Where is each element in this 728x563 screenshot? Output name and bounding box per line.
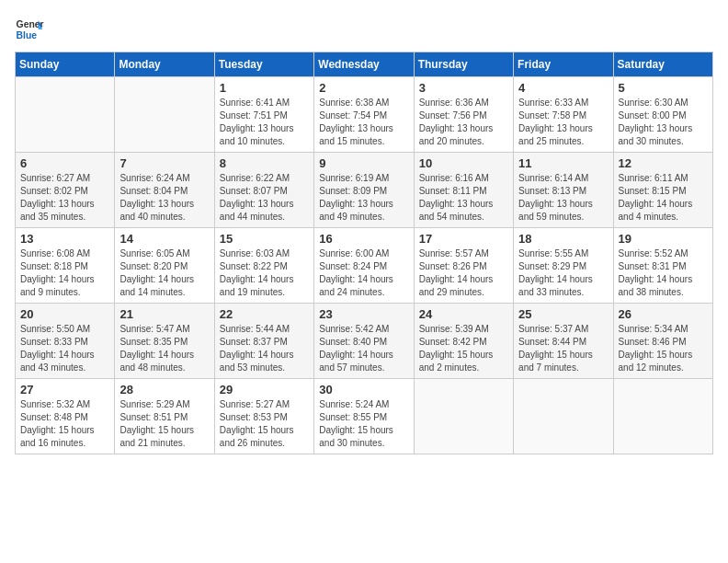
day-number: 29 — [220, 383, 309, 396]
day-info: Sunrise: 6:08 AM Sunset: 8:18 PM Dayligh… — [20, 247, 109, 299]
day-number: 30 — [319, 383, 408, 396]
day-number: 21 — [119, 307, 209, 321]
day-number: 17 — [419, 232, 508, 246]
day-info: Sunrise: 6:05 AM Sunset: 8:20 PM Dayligh… — [119, 247, 209, 299]
logo-icon: General Blue — [15, 15, 44, 44]
calendar-week-row: 27Sunrise: 5:32 AM Sunset: 8:48 PM Dayli… — [16, 379, 713, 454]
calendar-day-cell: 9Sunrise: 6:19 AM Sunset: 8:09 PM Daylig… — [314, 153, 414, 228]
day-info: Sunrise: 5:57 AM Sunset: 8:26 PM Dayligh… — [419, 247, 508, 299]
day-number: 15 — [220, 232, 309, 246]
col-header-tuesday: Tuesday — [214, 52, 313, 77]
calendar-day-cell: 11Sunrise: 6:14 AM Sunset: 8:13 PM Dayli… — [514, 153, 613, 228]
day-info: Sunrise: 5:47 AM Sunset: 8:35 PM Dayligh… — [119, 323, 209, 374]
calendar-day-cell: 24Sunrise: 5:39 AM Sunset: 8:42 PM Dayli… — [414, 304, 513, 379]
day-info: Sunrise: 6:24 AM Sunset: 8:04 PM Dayligh… — [119, 172, 209, 224]
calendar-day-cell — [514, 379, 613, 454]
day-number: 19 — [619, 232, 708, 246]
day-number: 22 — [220, 307, 309, 321]
day-number: 26 — [619, 307, 708, 321]
day-info: Sunrise: 5:29 AM Sunset: 8:51 PM Dayligh… — [119, 398, 209, 450]
calendar-table: SundayMondayTuesdayWednesdayThursdayFrid… — [15, 52, 713, 454]
calendar-day-cell: 8Sunrise: 6:22 AM Sunset: 8:07 PM Daylig… — [214, 153, 313, 228]
day-info: Sunrise: 6:19 AM Sunset: 8:09 PM Dayligh… — [319, 172, 408, 224]
day-number: 12 — [619, 156, 708, 170]
calendar-day-cell: 1Sunrise: 6:41 AM Sunset: 7:51 PM Daylig… — [214, 77, 313, 153]
day-info: Sunrise: 5:27 AM Sunset: 8:53 PM Dayligh… — [220, 398, 309, 450]
day-number: 16 — [319, 232, 408, 246]
calendar-day-cell — [613, 379, 712, 454]
calendar-day-cell: 20Sunrise: 5:50 AM Sunset: 8:33 PM Dayli… — [16, 304, 115, 379]
col-header-sunday: Sunday — [16, 52, 115, 77]
day-info: Sunrise: 5:32 AM Sunset: 8:48 PM Dayligh… — [20, 398, 109, 450]
day-info: Sunrise: 5:55 AM Sunset: 8:29 PM Dayligh… — [518, 247, 608, 299]
calendar-day-cell: 29Sunrise: 5:27 AM Sunset: 8:53 PM Dayli… — [214, 379, 313, 454]
col-header-saturday: Saturday — [613, 52, 712, 77]
day-info: Sunrise: 6:22 AM Sunset: 8:07 PM Dayligh… — [220, 172, 309, 224]
calendar-day-cell: 2Sunrise: 6:38 AM Sunset: 7:54 PM Daylig… — [314, 77, 414, 153]
col-header-friday: Friday — [514, 52, 613, 77]
calendar-day-cell: 21Sunrise: 5:47 AM Sunset: 8:35 PM Dayli… — [115, 304, 214, 379]
day-number: 11 — [518, 156, 608, 170]
calendar-day-cell: 30Sunrise: 5:24 AM Sunset: 8:55 PM Dayli… — [314, 379, 414, 454]
calendar-day-cell: 16Sunrise: 6:00 AM Sunset: 8:24 PM Dayli… — [314, 228, 414, 304]
day-number: 3 — [419, 81, 508, 95]
day-number: 6 — [20, 156, 109, 170]
calendar-week-row: 6Sunrise: 6:27 AM Sunset: 8:02 PM Daylig… — [16, 153, 713, 228]
day-info: Sunrise: 6:03 AM Sunset: 8:22 PM Dayligh… — [220, 247, 309, 299]
day-number: 2 — [319, 81, 408, 95]
calendar-day-cell: 23Sunrise: 5:42 AM Sunset: 8:40 PM Dayli… — [314, 304, 414, 379]
day-number: 10 — [419, 156, 508, 170]
day-info: Sunrise: 6:33 AM Sunset: 7:58 PM Dayligh… — [518, 97, 608, 148]
calendar-day-cell: 22Sunrise: 5:44 AM Sunset: 8:37 PM Dayli… — [214, 304, 313, 379]
day-info: Sunrise: 6:14 AM Sunset: 8:13 PM Dayligh… — [518, 172, 608, 224]
calendar-week-row: 1Sunrise: 6:41 AM Sunset: 7:51 PM Daylig… — [16, 77, 713, 153]
day-number: 9 — [319, 156, 408, 170]
day-number: 18 — [518, 232, 608, 246]
calendar-week-row: 13Sunrise: 6:08 AM Sunset: 8:18 PM Dayli… — [16, 228, 713, 304]
calendar-day-cell: 3Sunrise: 6:36 AM Sunset: 7:56 PM Daylig… — [414, 77, 513, 153]
day-number: 27 — [20, 383, 109, 396]
calendar-day-cell: 10Sunrise: 6:16 AM Sunset: 8:11 PM Dayli… — [414, 153, 513, 228]
calendar-day-cell: 28Sunrise: 5:29 AM Sunset: 8:51 PM Dayli… — [115, 379, 214, 454]
calendar-day-cell: 27Sunrise: 5:32 AM Sunset: 8:48 PM Dayli… — [16, 379, 115, 454]
day-info: Sunrise: 5:39 AM Sunset: 8:42 PM Dayligh… — [419, 323, 508, 374]
calendar-day-cell: 19Sunrise: 5:52 AM Sunset: 8:31 PM Dayli… — [613, 228, 712, 304]
calendar-day-cell: 4Sunrise: 6:33 AM Sunset: 7:58 PM Daylig… — [514, 77, 613, 153]
calendar-day-cell — [115, 77, 214, 153]
day-number: 24 — [419, 307, 508, 321]
day-number: 14 — [119, 232, 209, 246]
day-info: Sunrise: 6:27 AM Sunset: 8:02 PM Dayligh… — [20, 172, 109, 224]
day-info: Sunrise: 6:00 AM Sunset: 8:24 PM Dayligh… — [319, 247, 408, 299]
day-number: 5 — [619, 81, 708, 95]
calendar-day-cell: 7Sunrise: 6:24 AM Sunset: 8:04 PM Daylig… — [115, 153, 214, 228]
day-number: 4 — [518, 81, 608, 95]
calendar-day-cell — [16, 77, 115, 153]
day-info: Sunrise: 5:37 AM Sunset: 8:44 PM Dayligh… — [518, 323, 608, 374]
col-header-wednesday: Wednesday — [314, 52, 414, 77]
col-header-thursday: Thursday — [414, 52, 513, 77]
calendar-day-cell: 15Sunrise: 6:03 AM Sunset: 8:22 PM Dayli… — [214, 228, 313, 304]
col-header-monday: Monday — [115, 52, 214, 77]
day-number: 8 — [220, 156, 309, 170]
day-info: Sunrise: 6:36 AM Sunset: 7:56 PM Dayligh… — [419, 97, 508, 148]
day-info: Sunrise: 5:50 AM Sunset: 8:33 PM Dayligh… — [20, 323, 109, 374]
calendar-day-cell: 13Sunrise: 6:08 AM Sunset: 8:18 PM Dayli… — [16, 228, 115, 304]
calendar-day-cell — [414, 379, 513, 454]
calendar-header-row: SundayMondayTuesdayWednesdayThursdayFrid… — [16, 52, 713, 77]
day-info: Sunrise: 5:42 AM Sunset: 8:40 PM Dayligh… — [319, 323, 408, 374]
day-info: Sunrise: 6:38 AM Sunset: 7:54 PM Dayligh… — [319, 97, 408, 148]
day-info: Sunrise: 5:24 AM Sunset: 8:55 PM Dayligh… — [319, 398, 408, 450]
svg-text:Blue: Blue — [17, 30, 38, 40]
day-info: Sunrise: 5:52 AM Sunset: 8:31 PM Dayligh… — [619, 247, 708, 299]
calendar-day-cell: 26Sunrise: 5:34 AM Sunset: 8:46 PM Dayli… — [613, 304, 712, 379]
day-number: 25 — [518, 307, 608, 321]
day-info: Sunrise: 5:44 AM Sunset: 8:37 PM Dayligh… — [220, 323, 309, 374]
day-number: 13 — [20, 232, 109, 246]
calendar-week-row: 20Sunrise: 5:50 AM Sunset: 8:33 PM Dayli… — [16, 304, 713, 379]
day-number: 7 — [119, 156, 209, 170]
calendar-day-cell: 18Sunrise: 5:55 AM Sunset: 8:29 PM Dayli… — [514, 228, 613, 304]
day-info: Sunrise: 6:16 AM Sunset: 8:11 PM Dayligh… — [419, 172, 508, 224]
day-info: Sunrise: 5:34 AM Sunset: 8:46 PM Dayligh… — [619, 323, 708, 374]
logo: General Blue — [15, 15, 44, 44]
calendar-day-cell: 6Sunrise: 6:27 AM Sunset: 8:02 PM Daylig… — [16, 153, 115, 228]
